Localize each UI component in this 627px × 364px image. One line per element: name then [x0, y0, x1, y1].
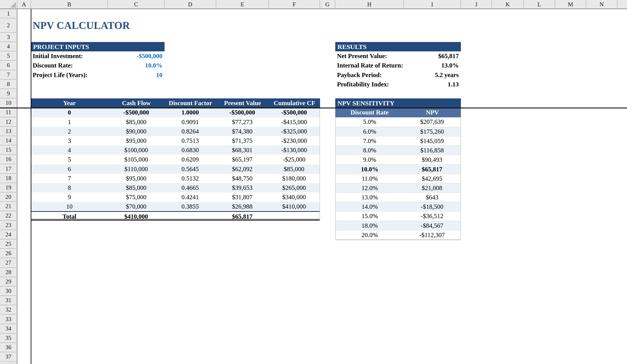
cell-year[interactable]: 5: [31, 155, 108, 164]
irr-value[interactable]: 13.0%: [441, 61, 459, 70]
cell-cumulative-cf[interactable]: -$130,000: [268, 145, 319, 155]
cell-present-value[interactable]: $74,380: [216, 127, 269, 136]
row-header-12[interactable]: 12: [0, 117, 17, 127]
cell-rate[interactable]: 9.0%: [336, 155, 404, 164]
row-header-27[interactable]: 27: [0, 258, 17, 267]
sensitivity-header[interactable]: NPV SENSITIVITY: [335, 99, 461, 108]
row-header-30[interactable]: 30: [0, 287, 17, 296]
cell-rate[interactable]: 5.0%: [336, 117, 404, 126]
column-header-l[interactable]: L: [524, 0, 555, 9]
cell-year[interactable]: 4: [31, 145, 108, 155]
row-header-15[interactable]: 15: [0, 145, 17, 155]
cell-rate[interactable]: 15.0%: [336, 211, 404, 220]
total-label[interactable]: Total: [31, 212, 108, 221]
cell-cumulative-cf[interactable]: $410,000: [268, 202, 319, 211]
header-discount-factor[interactable]: Discount Factor: [165, 99, 216, 108]
row-header-32[interactable]: 32: [0, 305, 17, 314]
row-header-26[interactable]: 26: [0, 249, 17, 258]
column-header-e[interactable]: E: [216, 0, 269, 9]
sensitivity-header-discount-rate[interactable]: Discount Rate: [335, 108, 404, 117]
cell-npv[interactable]: -$112,307: [404, 231, 461, 239]
row-header-24[interactable]: 24: [0, 230, 17, 239]
cell-year[interactable]: 0: [31, 108, 108, 117]
cell-present-value[interactable]: $26,988: [216, 202, 269, 211]
cell-year[interactable]: 2: [31, 127, 108, 136]
column-header-i[interactable]: I: [404, 0, 461, 9]
cell-rate[interactable]: 14.0%: [336, 202, 404, 211]
header-present-value[interactable]: Present Value: [216, 99, 269, 108]
row-header-23[interactable]: 23: [0, 221, 17, 230]
cell-discount-factor[interactable]: 0.5132: [164, 174, 216, 183]
row-header-1[interactable]: 1: [0, 9, 17, 18]
cell-present-value[interactable]: $68,301: [216, 145, 269, 155]
cell-cash-flow[interactable]: -$500,000: [108, 108, 164, 117]
cell-discount-factor[interactable]: 0.8264: [164, 127, 216, 136]
row-header-11[interactable]: 11: [0, 108, 17, 117]
project-inputs-header[interactable]: PROJECT INPUTS: [31, 42, 165, 51]
row-header-19[interactable]: 19: [0, 183, 17, 193]
cell-cash-flow[interactable]: $110,000: [108, 164, 164, 174]
column-header-h[interactable]: H: [335, 0, 404, 9]
cell-present-value[interactable]: -$500,000: [216, 108, 269, 117]
discount-rate-label[interactable]: Discount Rate:: [33, 61, 73, 70]
row-header-4[interactable]: 4: [0, 42, 17, 51]
cell-discount-factor[interactable]: 1.0000: [164, 108, 216, 117]
npv-value[interactable]: $65,817: [438, 51, 459, 61]
row-header-13[interactable]: 13: [0, 127, 17, 136]
row-header-10[interactable]: 10: [0, 99, 17, 108]
cell-cash-flow[interactable]: $100,000: [108, 145, 164, 155]
cell-npv[interactable]: $90,493: [404, 155, 461, 164]
cell-cash-flow[interactable]: $70,000: [108, 202, 164, 211]
initial-investment-label[interactable]: Initial Investment:: [33, 51, 83, 61]
column-header-c[interactable]: C: [108, 0, 165, 9]
column-header-b[interactable]: B: [31, 0, 108, 9]
cell-cumulative-cf[interactable]: $85,000: [268, 164, 319, 174]
row-header-37[interactable]: 37: [0, 352, 17, 362]
row-header-31[interactable]: 31: [0, 296, 17, 305]
cell-discount-factor[interactable]: 0.4665: [164, 183, 216, 193]
cell-npv[interactable]: $21,008: [404, 184, 461, 193]
cell-present-value[interactable]: $65,197: [216, 155, 269, 164]
cell-npv[interactable]: $175,260: [404, 127, 461, 136]
cell-present-value[interactable]: $62,092: [216, 164, 269, 174]
header-cumulative-cf[interactable]: Cumulative CF: [269, 99, 320, 108]
row-header-36[interactable]: 36: [0, 343, 17, 352]
row-header-14[interactable]: 14: [0, 136, 17, 145]
row-header-29[interactable]: 29: [0, 277, 17, 287]
payback-label[interactable]: Payback Period:: [337, 70, 382, 80]
cell-year[interactable]: 6: [31, 164, 108, 174]
select-all-corner[interactable]: [0, 0, 17, 9]
cell-npv[interactable]: $42,695: [404, 174, 461, 183]
profitability-index-value[interactable]: 1.13: [448, 80, 459, 89]
profitability-index-label[interactable]: Profitability Index:: [337, 80, 389, 89]
cell-present-value[interactable]: $71,375: [216, 136, 269, 145]
cell-npv[interactable]: -$18,500: [404, 202, 461, 211]
header-year[interactable]: Year: [31, 99, 108, 108]
cell-cumulative-cf[interactable]: -$230,000: [268, 136, 319, 145]
row-header-6[interactable]: 6: [0, 61, 17, 70]
project-life-value[interactable]: 10: [156, 70, 162, 80]
cell-cumulative-cf[interactable]: -$325,000: [268, 127, 319, 136]
row-header-33[interactable]: 33: [0, 314, 17, 324]
sensitivity-header-npv[interactable]: NPV: [404, 108, 461, 117]
row-header-22[interactable]: 22: [0, 211, 17, 220]
cell-discount-factor[interactable]: 0.9091: [164, 117, 216, 127]
discount-rate-value[interactable]: 10.0%: [145, 61, 162, 70]
cell-cash-flow[interactable]: $105,000: [108, 155, 164, 164]
payback-value[interactable]: 5.2 years: [435, 70, 459, 80]
cell-cumulative-cf[interactable]: -$25,000: [268, 155, 319, 164]
cell-rate[interactable]: 8.0%: [336, 146, 404, 155]
row-header-35[interactable]: 35: [0, 333, 17, 343]
cell-cash-flow[interactable]: $95,000: [108, 136, 164, 145]
cell-npv[interactable]: $145,059: [404, 137, 461, 145]
cell-year[interactable]: 1: [31, 117, 108, 127]
sheet-title[interactable]: NPV CALCULATOR: [33, 18, 130, 33]
cell-cumulative-cf[interactable]: -$500,000: [268, 108, 319, 117]
row-header-9[interactable]: 9: [0, 89, 17, 99]
cell-npv[interactable]: $65,817: [404, 165, 461, 174]
row-header-8[interactable]: 8: [0, 80, 17, 89]
cell-cash-flow[interactable]: $85,000: [108, 183, 164, 193]
column-header-g[interactable]: G: [320, 0, 335, 9]
cell-rate[interactable]: 10.0%: [336, 165, 404, 174]
cell-discount-factor[interactable]: 0.6830: [164, 145, 216, 155]
